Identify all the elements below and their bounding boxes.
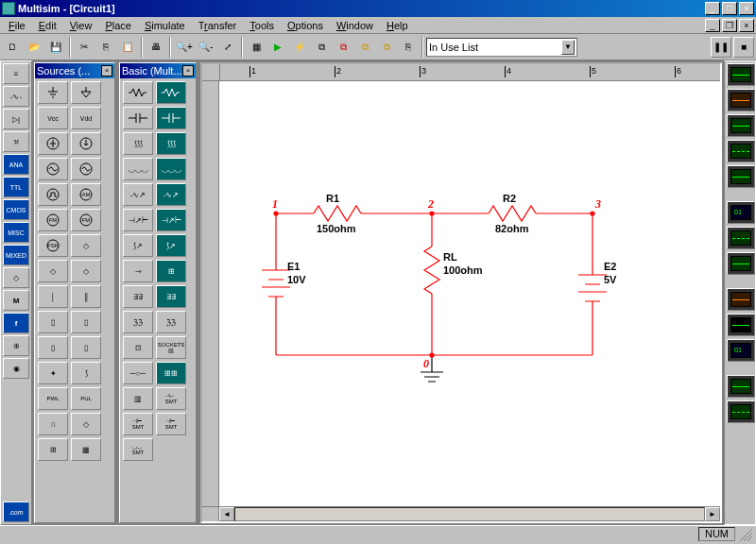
- am-btn[interactable]: AM: [71, 183, 101, 206]
- mdi-restore-button[interactable]: ❐: [722, 19, 737, 32]
- p4-btn[interactable]: ▯: [71, 336, 101, 359]
- menu-view[interactable]: View: [63, 19, 99, 32]
- analog-tool[interactable]: ANA: [3, 154, 29, 175]
- mixed-tool[interactable]: MIXED: [3, 245, 29, 265]
- save-button[interactable]: 💾: [45, 37, 66, 58]
- analysis-button[interactable]: ⧉: [311, 37, 332, 58]
- zoom-out-button[interactable]: 🔍-: [196, 37, 216, 58]
- scroll-left-button[interactable]: ◄: [219, 507, 234, 521]
- conn-btn[interactable]: ─○─: [123, 362, 153, 384]
- varcap-btn[interactable]: ⊣↗⊢: [123, 209, 153, 231]
- coil-v-btn[interactable]: ◡◡◡: [156, 158, 186, 180]
- ctrl-i-btn[interactable]: ◇: [38, 260, 68, 282]
- menu-tools[interactable]: Tools: [243, 19, 281, 32]
- menu-window[interactable]: Window: [330, 19, 380, 32]
- menu-edit[interactable]: Edit: [32, 19, 63, 32]
- resistor-btn[interactable]: [123, 81, 153, 104]
- multimeter-btn[interactable]: [727, 63, 755, 86]
- rf-tool[interactable]: ⊕: [3, 335, 29, 356]
- tri-btn[interactable]: ◇: [71, 413, 101, 435]
- transistor-tool[interactable]: ⤲: [3, 131, 29, 152]
- basic-tool[interactable]: -∿-: [3, 86, 29, 107]
- chevron-down-icon[interactable]: ▼: [561, 40, 575, 55]
- xfmr2-btn[interactable]: ℨℨ: [123, 311, 153, 333]
- control-tool[interactable]: f: [3, 313, 29, 333]
- ctrl-v-btn[interactable]: ◇: [71, 234, 101, 257]
- net-analyzer-btn[interactable]: [727, 375, 755, 398]
- cmos-tool[interactable]: CMOS: [3, 199, 29, 220]
- copy-button[interactable]: ⎘: [95, 37, 116, 58]
- indicator-tool[interactable]: ◇: [3, 267, 29, 288]
- wordgen-btn[interactable]: [727, 201, 755, 224]
- p-btn[interactable]: ▯: [38, 311, 68, 333]
- ind-v-btn[interactable]: ⟆⟆⟆: [156, 132, 186, 155]
- poly-btn[interactable]: ✦: [38, 362, 68, 384]
- dc-i-btn[interactable]: [71, 132, 101, 155]
- paste-button[interactable]: 📋: [117, 37, 138, 58]
- spec-analyzer-btn[interactable]: [727, 314, 755, 336]
- varind-v-btn[interactable]: ⟆↗: [156, 234, 186, 257]
- pot-v-btn[interactable]: -∿↗: [156, 183, 186, 206]
- sim-stop-button[interactable]: ■: [733, 37, 754, 58]
- varind-btn[interactable]: ⟆↗: [123, 234, 153, 257]
- sim-cfg-button[interactable]: ⚡: [289, 37, 310, 58]
- ind-smt-btn[interactable]: ◡◡SMT: [123, 438, 153, 461]
- ctrl-i2-btn[interactable]: ◇: [71, 260, 101, 282]
- cap-btn[interactable]: [123, 107, 153, 129]
- cut-button[interactable]: ✂: [74, 37, 94, 58]
- open-button[interactable]: 📂: [24, 37, 44, 58]
- edaparts-tool[interactable]: .com: [3, 502, 29, 522]
- close-icon[interactable]: ×: [101, 65, 112, 76]
- exp-btn[interactable]: ⟆: [71, 362, 101, 384]
- close-icon[interactable]: ×: [182, 65, 194, 76]
- dist-analyzer-btn[interactable]: [727, 288, 755, 311]
- relay-btn[interactable]: ⊡: [123, 336, 153, 359]
- ac-i-btn[interactable]: [71, 158, 101, 180]
- cap-smt-btn[interactable]: ⊣⊢SMT: [123, 413, 153, 435]
- menu-options[interactable]: Options: [281, 19, 330, 32]
- menu-simulate[interactable]: Simulate: [138, 19, 192, 32]
- menu-transfer[interactable]: Transfer: [192, 19, 244, 32]
- ttl-tool[interactable]: TTL: [3, 177, 29, 197]
- bode-btn[interactable]: [727, 165, 755, 188]
- electromech-tool[interactable]: ◉: [3, 358, 29, 379]
- step-btn[interactable]: ⎍: [38, 413, 68, 435]
- scroll-right-button[interactable]: ►: [705, 507, 720, 521]
- fm2-btn[interactable]: FM: [71, 209, 101, 231]
- coil-btn[interactable]: ◡◡◡: [123, 158, 153, 180]
- sim-run-button[interactable]: ▶: [267, 37, 288, 58]
- zoom-fit-button[interactable]: ⤢: [217, 37, 238, 58]
- rpack-btn[interactable]: ▥: [123, 387, 153, 410]
- sources-palette-header[interactable]: Sources (... ×: [35, 63, 114, 78]
- vc-btn[interactable]: │: [38, 285, 68, 308]
- resistor-v-btn[interactable]: [156, 81, 186, 104]
- xfmr1-v-btn[interactable]: ∃∃: [156, 285, 186, 308]
- grapher-button[interactable]: ⧉: [333, 37, 353, 58]
- cap2-smt-btn[interactable]: ⊣⊢SMT: [156, 413, 186, 435]
- menu-help[interactable]: Help: [380, 19, 415, 32]
- menu-place[interactable]: Place: [98, 19, 138, 32]
- vcc-btn[interactable]: Vcc: [38, 107, 68, 129]
- fsk-btn[interactable]: FSK: [38, 234, 68, 257]
- sources-tool[interactable]: ≡: [3, 63, 29, 84]
- clock-btn[interactable]: [38, 183, 68, 206]
- last2-btn[interactable]: ▦: [71, 438, 101, 461]
- menu-file[interactable]: FFileile: [2, 19, 32, 32]
- ind-btn[interactable]: ⟆⟆⟆: [123, 132, 153, 155]
- maximize-button[interactable]: □: [722, 2, 737, 15]
- p2-btn[interactable]: ▯: [71, 311, 101, 333]
- postproc-button[interactable]: ⧉: [354, 37, 375, 58]
- report-button[interactable]: ⎘: [398, 37, 419, 58]
- ic-btn[interactable]: ║: [71, 285, 101, 308]
- scope-btn[interactable]: [727, 140, 755, 162]
- funcgen-btn[interactable]: [727, 89, 755, 111]
- p3-btn[interactable]: ▯: [38, 336, 68, 359]
- conn-v-btn[interactable]: ⊞⊞: [156, 362, 186, 384]
- schematic-canvas[interactable]: 1 2 3 0 R1 150ohm R2 82ohm RL 100ohm E1 …: [219, 81, 720, 506]
- vdd-btn[interactable]: Vdd: [71, 107, 101, 129]
- pot-btn[interactable]: -∿↗: [123, 183, 153, 206]
- ac-v-btn[interactable]: [38, 158, 68, 180]
- cap-v-btn[interactable]: [156, 107, 186, 129]
- dc-v-btn[interactable]: [38, 132, 68, 155]
- close-button[interactable]: ×: [739, 2, 754, 15]
